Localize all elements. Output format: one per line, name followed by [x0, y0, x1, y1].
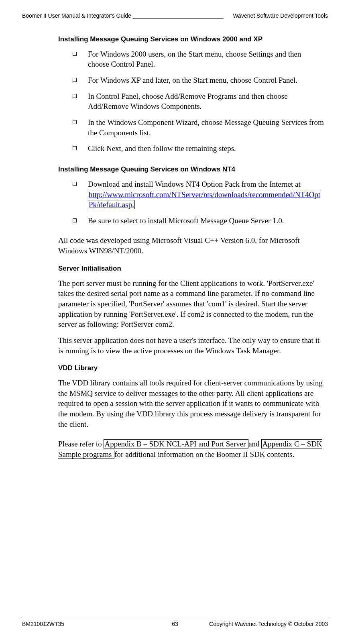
text: for additional information on the Boomer…: [114, 450, 294, 459]
link-block: http://www.microsoft.com/NTServer/nts/do…: [88, 190, 324, 210]
list-item: For Windows 2000 users, on the Start men…: [73, 49, 324, 69]
footer-copyright: Copyright Wavenet Technology © October 2…: [209, 620, 328, 628]
text: Please refer to: [58, 440, 104, 448]
paragraph: All code was developed using Microsoft V…: [58, 235, 324, 256]
external-link[interactable]: Pk/default.asp.: [88, 200, 135, 209]
page-content: Installing Message Queuing Services on W…: [22, 35, 328, 460]
header-right: Wavenet Software Development Tools: [233, 12, 328, 20]
header-left: Boomer II User Manual & Integrator's Gui…: [22, 12, 224, 20]
list-item-text: Download and install Windows NT4 Option …: [88, 180, 301, 188]
list-msmq-nt4: Download and install Windows NT4 Option …: [58, 179, 324, 226]
footer-doc-id: BM210012WT35: [22, 620, 64, 628]
section-title-msmq-2000-xp: Installing Message Queuing Services on W…: [58, 35, 324, 44]
footer-page-number: 63: [172, 620, 178, 628]
text: and: [248, 440, 261, 448]
appendix-link-b[interactable]: Appendix B – SDK NCL-API and Port Server: [104, 439, 248, 448]
paragraph-appendix: Please refer to Appendix B – SDK NCL-API…: [58, 439, 324, 459]
section-title-msmq-nt4: Installing Message Queuing Services on W…: [58, 165, 324, 174]
list-item: In Control Panel, choose Add/Remove Prog…: [73, 91, 324, 112]
page-header: Boomer II User Manual & Integrator's Gui…: [22, 12, 328, 20]
external-link[interactable]: http://www.microsoft.com/NTServer/nts/do…: [88, 190, 321, 199]
list-item: Download and install Windows NT4 Option …: [73, 179, 324, 210]
paragraph: The port server must be running for the …: [58, 278, 324, 330]
section-title-server-init: Server Initialisation: [58, 264, 324, 273]
paragraph: The VDD library contains all tools requi…: [58, 378, 324, 429]
page-footer: BM210012WT35 63 Copyright Wavenet Techno…: [22, 617, 328, 628]
section-title-vdd-library: VDD Library: [58, 364, 324, 373]
list-item: Be sure to select to install Microsoft M…: [73, 216, 324, 226]
paragraph: This server application does not have a …: [58, 335, 324, 356]
list-item: In the Windows Component Wizard, choose …: [73, 117, 324, 138]
list-item: For Windows XP and later, on the Start m…: [73, 75, 324, 86]
list-item: Click Next, and then follow the remainin…: [73, 143, 324, 154]
list-msmq-2000-xp: For Windows 2000 users, on the Start men…: [58, 49, 324, 154]
